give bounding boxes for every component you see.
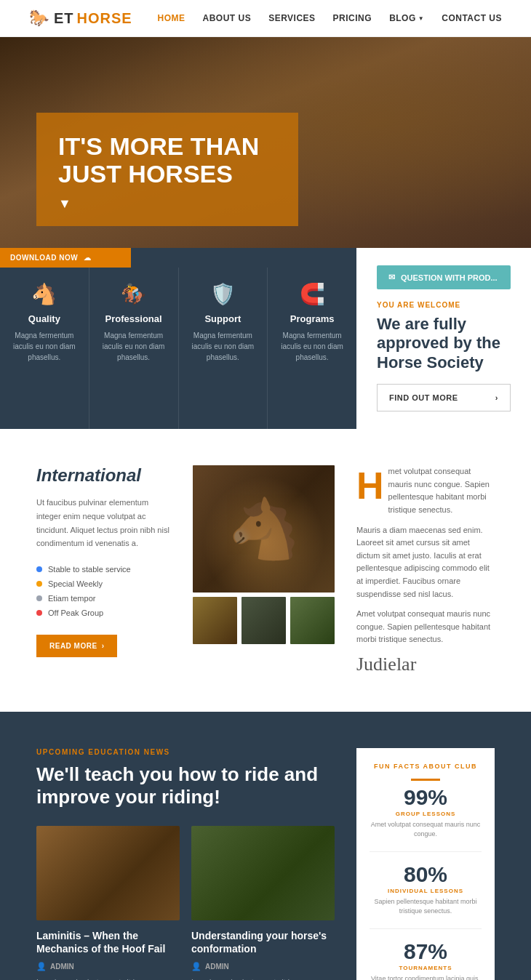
thumb-image-1	[193, 597, 237, 644]
fact-item-2: 80% INDIVIDUAL LESSONS Sapien pellentesq…	[370, 864, 482, 929]
fact-desc-3: Vitae tortor condimentum lacinia quis.	[370, 974, 482, 980]
nav-links: HOME ABOUT US SERVICES PRICING BLOG ▼ CO…	[157, 13, 502, 23]
chevron-down-icon: ▼	[418, 15, 424, 22]
education-section: UPCOMING EDUCATION NEWS We'll teach you …	[0, 712, 531, 980]
intl-right: H met volutpat consequat mauris nunc con…	[356, 465, 495, 675]
admin-line-2: 👤 ADMIN	[191, 962, 335, 971]
list-item: Special Weekly	[36, 577, 171, 591]
edu-label: UPCOMING EDUCATION NEWS	[36, 748, 335, 756]
edu-card-title-2: Understanding your horse's conformation	[191, 929, 335, 955]
dot-gray	[36, 595, 42, 601]
arrow-right-icon: ›	[102, 642, 105, 650]
feature-card-support: 🛡️ Support Magna fermentum iaculis eu no…	[179, 268, 268, 429]
feature-desc-support: Magna fermentum iaculis eu non diam phas…	[189, 330, 257, 363]
nav-about[interactable]: ABOUT US	[202, 13, 251, 23]
hero-section: IT'S MORE THAN JUST HORSES ▼	[0, 37, 531, 248]
read-more-label: READ MORE	[49, 642, 97, 650]
thumbnail-row	[193, 597, 335, 644]
edu-card-image-2	[191, 826, 335, 920]
international-section: International Ut faucibus pulvinar eleme…	[0, 429, 531, 712]
feature-desc-quality: Magna fermentum iaculis eu non diam phas…	[10, 330, 79, 363]
user-icon: 👤	[36, 962, 47, 971]
edu-title: We'll teach you how to ride and improve …	[36, 763, 335, 808]
download-label: DOWNLOAD NOW	[10, 254, 78, 262]
feature-cards: 🐴 Quality Magna fermentum iaculis eu non…	[0, 268, 356, 429]
edu-card-image-1	[36, 826, 180, 920]
fact-desc-1: Amet volutpat consequat mauris nunc cong…	[370, 820, 482, 840]
find-out-button[interactable]: FIND OUT MORE ›	[377, 384, 511, 411]
thumb-image-3	[290, 597, 335, 644]
edu-left: UPCOMING EDUCATION NEWS We'll teach you …	[36, 748, 335, 980]
features-left: DOWNLOAD NOW ☁ 🐴 Quality Magna fermentum…	[0, 248, 356, 429]
list-item: Etiam tempor	[36, 591, 171, 606]
nav-services[interactable]: SERVICES	[268, 13, 315, 23]
fact-percent-3: 87%	[370, 941, 482, 963]
nav-pricing[interactable]: PRICING	[333, 13, 372, 23]
feature-card-quality: 🐴 Quality Magna fermentum iaculis eu non…	[0, 268, 89, 429]
edu-card-1: Laminitis – When the Mechanics of the Ho…	[36, 826, 180, 980]
support-icon: 🛡️	[189, 282, 257, 306]
edu-cards: Laminitis – When the Mechanics of the Ho…	[36, 826, 335, 980]
nav-blog[interactable]: BLOG ▼	[389, 13, 424, 23]
dot-red	[36, 610, 42, 616]
professional-icon: 🏇	[100, 282, 168, 306]
user-icon-2: 👤	[191, 962, 201, 971]
question-button[interactable]: ✉ QUESTION WITH PROD...	[377, 265, 511, 289]
programs-icon: 🧲	[278, 282, 346, 306]
intl-desc: Ut faucibus pulvinar elementum integer e…	[36, 496, 171, 550]
fact-name-3: TOURNAMENTS	[370, 965, 482, 971]
thumb-image-2	[241, 597, 286, 644]
admin-label-2: ADMIN	[205, 963, 229, 971]
intl-body-3: Amet volutpat consequat mauris nunc cong…	[356, 608, 495, 646]
hero-content: IT'S MORE THAN JUST HORSES ▼	[36, 113, 298, 226]
admin-line-1: 👤 ADMIN	[36, 962, 180, 971]
intl-center	[193, 465, 335, 675]
signature: Judielar	[356, 654, 495, 675]
facts-label: FUN FACTS ABOUT CLUB	[370, 763, 482, 770]
feature-card-programs: 🧲 Programs Magna fermentum iaculis eu no…	[268, 268, 356, 429]
edu-card-title-1: Laminitis – When the Mechanics of the Ho…	[36, 929, 180, 955]
edu-card-2: Understanding your horse's conformation …	[191, 826, 335, 980]
fact-percent-1: 99%	[370, 787, 482, 808]
list-item: Stable to stable service	[36, 562, 171, 577]
download-bar[interactable]: DOWNLOAD NOW ☁	[0, 248, 131, 268]
cloud-icon: ☁	[84, 254, 92, 262]
approved-title: We are fully approved by the Horse Socie…	[377, 315, 511, 372]
nav-blog-label: BLOG	[389, 13, 416, 23]
intl-list: Stable to stable service Special Weekly …	[36, 562, 171, 620]
feature-title-support: Support	[189, 313, 257, 324]
main-horse-image	[193, 465, 335, 593]
find-out-label: FIND OUT MORE	[389, 393, 458, 402]
features-section: DOWNLOAD NOW ☁ 🐴 Quality Magna fermentum…	[0, 248, 531, 429]
hero-arrow-icon: ▼	[58, 196, 276, 212]
list-item: Off Peak Group	[36, 606, 171, 620]
logo: 🐎 ET HORSE	[29, 9, 132, 28]
approved-section: ✉ QUESTION WITH PROD... YOU ARE WELCOME …	[356, 248, 531, 429]
feature-title-quality: Quality	[10, 313, 79, 324]
feature-card-professional: 🏇 Professional Magna fermentum iaculis e…	[89, 268, 179, 429]
feature-title-professional: Professional	[100, 313, 168, 324]
logo-et: ET	[54, 10, 74, 27]
dot-orange	[36, 581, 42, 587]
read-more-button[interactable]: READ MORE ›	[36, 635, 117, 657]
quality-icon: 🐴	[10, 282, 79, 306]
fact-item-1: 99% GROUP LESSONS Amet volutpat consequa…	[370, 787, 482, 852]
edu-card-desc-1: In varius varius justo, eget ultrices au…	[36, 977, 180, 980]
intl-title: International	[36, 465, 171, 486]
drop-cap: H	[356, 467, 384, 505]
logo-horse: HORSE	[77, 10, 132, 27]
facts-sidebar: FUN FACTS ABOUT CLUB 99% GROUP LESSONS A…	[356, 748, 495, 980]
fact-name-1: GROUP LESSONS	[370, 811, 482, 817]
nav-home[interactable]: HOME	[157, 13, 185, 23]
fact-desc-2: Sapien pellentesque habitant morbi trist…	[370, 897, 482, 917]
feature-desc-professional: Magna fermentum iaculis eu non diam phas…	[100, 330, 168, 363]
logo-icon: 🐎	[29, 9, 49, 28]
hero-title: IT'S MORE THAN JUST HORSES	[58, 133, 276, 188]
fact-item-3: 87% TOURNAMENTS Vitae tortor condimentum…	[370, 941, 482, 980]
navbar: 🐎 ET HORSE HOME ABOUT US SERVICES PRICIN…	[0, 0, 531, 37]
nav-contact[interactable]: CONTACT US	[442, 13, 502, 23]
intl-left: International Ut faucibus pulvinar eleme…	[36, 465, 171, 675]
intl-body-2: Mauris a diam maecenas sed enim. Laoreet…	[356, 524, 495, 601]
you-welcome-label: YOU ARE WELCOME	[377, 301, 511, 309]
arrow-right-icon: ›	[495, 393, 498, 402]
